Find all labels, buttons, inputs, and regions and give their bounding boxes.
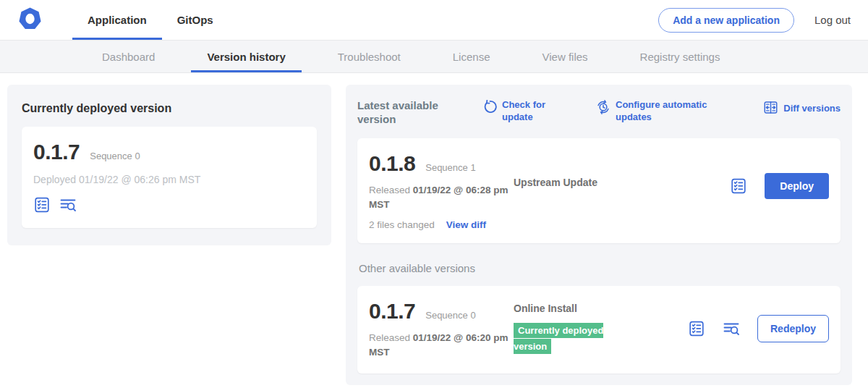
other-available-versions-title: Other available versions: [359, 262, 841, 274]
latest-available-title: Latest available version: [357, 99, 453, 127]
header-tabs: Application GitOps: [72, 0, 229, 40]
configure-automatic-updates-action[interactable]: Configure automatic updates: [596, 99, 735, 124]
clock-refresh-icon: [596, 99, 610, 118]
deployed-version-card: 0.1.7 Sequence 0 Deployed 01/19/22 @ 06:…: [22, 127, 317, 228]
other-source-label: Online Install: [514, 303, 577, 314]
preflight-checks-icon[interactable]: [33, 196, 51, 214]
available-versions-panel: Latest available version Check for updat…: [346, 85, 852, 385]
deploy-logs-icon[interactable]: [59, 196, 77, 214]
other-sequence-label: Sequence 0: [425, 310, 475, 321]
kots-logo-icon: [18, 7, 42, 34]
tab-dashboard[interactable]: Dashboard: [76, 41, 181, 72]
latest-sequence-label: Sequence 1: [425, 162, 475, 173]
diff-icon: [763, 99, 778, 119]
tab-registry-settings[interactable]: Registry settings: [614, 41, 746, 72]
app-subnav: Dashboard Version history Troubleshoot L…: [0, 41, 868, 73]
deployed-sequence-label: Sequence 0: [90, 151, 140, 161]
tab-application[interactable]: Application: [72, 0, 162, 40]
check-for-update-action[interactable]: Check for update: [483, 99, 564, 124]
logout-link[interactable]: Log out: [814, 14, 851, 26]
currently-deployed-panel: Currently deployed version 0.1.7 Sequenc…: [7, 85, 331, 245]
diff-versions-action[interactable]: Diff versions: [763, 99, 841, 119]
latest-source-label: Upstream Update: [514, 177, 597, 188]
other-version-card: 0.1.7 Sequence 0 Released 01/19/22 @ 06:…: [357, 286, 841, 374]
currently-deployed-title: Currently deployed version: [22, 102, 317, 115]
tab-license[interactable]: License: [427, 41, 516, 72]
refresh-icon: [483, 99, 497, 117]
preflight-checks-icon[interactable]: [730, 177, 747, 195]
deployed-timestamp: Deployed 01/19/22 @ 06:26 pm MST: [33, 174, 305, 185]
other-version-number: 0.1.7: [369, 299, 415, 324]
view-diff-link[interactable]: View diff: [446, 219, 486, 230]
tab-gitops[interactable]: GitOps: [162, 0, 229, 40]
add-new-application-button[interactable]: Add a new application: [658, 8, 794, 33]
currently-deployed-badge: Currently deployed version: [514, 323, 603, 354]
tab-version-history[interactable]: Version history: [181, 41, 311, 72]
redeploy-button[interactable]: Redeploy: [757, 315, 829, 342]
tab-view-files[interactable]: View files: [516, 41, 613, 72]
files-changed-label: 2 files changed: [369, 219, 435, 230]
latest-version-card: 0.1.8 Sequence 1 Released 01/19/22 @ 06:…: [357, 138, 841, 244]
latest-version-number: 0.1.8: [369, 151, 415, 176]
tab-troubleshoot[interactable]: Troubleshoot: [312, 41, 427, 72]
latest-released-timestamp: Released 01/19/22 @ 06:28 pm MST: [369, 183, 514, 213]
main-content: Currently deployed version 0.1.7 Sequenc…: [0, 73, 868, 385]
preflight-checks-icon[interactable]: [688, 320, 705, 337]
deploy-logs-icon[interactable]: [723, 320, 740, 337]
app-header: Application GitOps Add a new application…: [0, 0, 868, 41]
app-logo[interactable]: [18, 0, 42, 40]
deploy-button[interactable]: Deploy: [765, 173, 829, 199]
other-released-timestamp: Released 01/19/22 @ 06:20 pm MST: [369, 331, 514, 360]
deployed-version-number: 0.1.7: [33, 140, 80, 164]
